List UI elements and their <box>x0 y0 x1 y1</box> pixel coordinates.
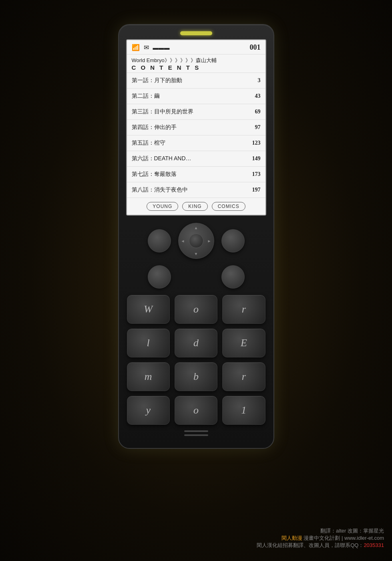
footer-line1: 翻譯：alter 改圖：掌握星光 <box>257 527 384 535</box>
footer-area: 翻譯：alter 改圖：掌握星光 閑人動漫 漫畫中文化計劃 | www.idle… <box>257 527 384 549</box>
chapter-title: 第七話：奪嚴散落 <box>132 171 177 178</box>
status-bar: 📶 ✉ ▬▬▬ 001 <box>127 40 265 54</box>
content-header: World Embryo》》》》》》森山大輔 C O N T E N T S <box>127 54 265 73</box>
signal-icon: 📶 <box>132 44 140 51</box>
chapter-page: 123 <box>252 140 261 146</box>
key-button[interactable]: W <box>127 295 170 324</box>
nav-left-button[interactable] <box>148 229 171 252</box>
bottom-bar-1 <box>184 430 208 432</box>
chapter-page: 197 <box>252 187 261 193</box>
chapter-title: 第一話：月下的胎動 <box>132 77 182 84</box>
phone-screen: 📶 ✉ ▬▬▬ 001 World Embryo》》》》》》森山大輔 C O N… <box>126 39 266 216</box>
chapter-title: 第五話：棺守 <box>132 139 165 147</box>
footer-line3: 閑人漢化組招募翻譯、改圖人員，請聯系QQ：2035331 <box>257 542 384 549</box>
key-button[interactable]: o <box>175 396 217 425</box>
chapter-page: 3 <box>258 77 261 84</box>
chapter-page: 97 <box>255 124 261 131</box>
chapter-title: 第四話：伸出的手 <box>132 124 177 131</box>
chapter-row: 第四話：伸出的手97 <box>127 120 265 135</box>
contents-label: C O N T E N T S <box>132 64 261 71</box>
phone-top <box>119 25 273 39</box>
chapter-row: 第八話：消失于夜色中197 <box>127 182 265 198</box>
chapter-page: 69 <box>255 109 261 115</box>
nav-right-button[interactable] <box>221 229 245 252</box>
chapter-title: 第六話：DEATH AND… <box>132 155 191 162</box>
key-button[interactable]: b <box>175 362 217 391</box>
key-button[interactable]: l <box>127 329 170 357</box>
chapter-row: 第七話：奪嚴散落173 <box>127 167 265 182</box>
chapter-list: 第一話：月下的胎動3第二話：繭43第三話：目中所見的世界69第四話：伸出的手97… <box>127 73 265 198</box>
chapter-row: 第六話：DEATH AND…149 <box>127 151 265 167</box>
key-button[interactable]: r <box>222 362 265 391</box>
nav-buttons-row: ◄ ► <box>127 223 265 259</box>
phone-device: 📶 ✉ ▬▬▬ 001 World Embryo》》》》》》森山大輔 C O N… <box>118 24 274 449</box>
publisher-badge: COMICS <box>212 202 245 211</box>
status-icons: 📶 ✉ ▬▬▬ <box>132 44 170 51</box>
key-grid: WorldEmbryo1 <box>127 295 265 425</box>
speaker-bar <box>180 31 212 35</box>
chapter-row: 第二話：繭43 <box>127 89 265 104</box>
key-button[interactable]: r <box>222 295 265 324</box>
key-button[interactable]: o <box>175 295 217 324</box>
phone-bottom <box>119 425 273 440</box>
dpad-left-arrow: ◄ <box>181 239 185 243</box>
chapter-page: 149 <box>252 155 261 162</box>
nav-buttons-row-2 <box>127 265 265 289</box>
keypad: ◄ ► WorldEmbryo1 <box>119 223 273 425</box>
key-button[interactable]: 1 <box>222 396 265 425</box>
key-button[interactable]: y <box>127 396 170 425</box>
battery-icon: ▬▬▬ <box>153 44 170 51</box>
key-button[interactable]: m <box>127 362 170 391</box>
dpad-outer[interactable]: ◄ ► <box>178 223 214 259</box>
page-number: 001 <box>250 43 261 52</box>
publisher-badge: YOUNG <box>147 202 178 211</box>
footer-qq: 2035331 <box>364 542 384 548</box>
footer-line3-pre: 閑人漢化組招募翻譯、改圖人員，請聯系QQ： <box>257 542 364 548</box>
chapter-page: 43 <box>255 93 261 99</box>
chapter-title: 第八話：消失于夜色中 <box>132 186 188 194</box>
dpad-right-arrow: ► <box>207 239 211 243</box>
publisher-badges: YOUNGKINGCOMICS <box>127 198 265 215</box>
chapter-title: 第二話：繭 <box>132 93 160 100</box>
footer-line2-text: 漫畫中文化計劃 | www.idler-et.com <box>302 535 384 541</box>
bottom-bar-2 <box>184 434 208 436</box>
nav-right-2-button[interactable] <box>221 265 245 289</box>
dpad-container: ◄ ► <box>178 223 214 259</box>
key-button[interactable]: E <box>222 329 265 357</box>
chapter-page: 173 <box>252 171 261 178</box>
publisher-badge: KING <box>182 202 207 211</box>
manga-title: World Embryo》》》》》》森山大輔 <box>132 57 261 64</box>
nav-left-2-button[interactable] <box>148 265 171 289</box>
chapter-row: 第五話：棺守123 <box>127 135 265 151</box>
footer-line2: 閑人動漫 漫畫中文化計劃 | www.idler-et.com <box>257 535 384 542</box>
key-button[interactable]: d <box>175 329 217 357</box>
chapter-row: 第三話：目中所見的世界69 <box>127 104 265 120</box>
chapter-row: 第一話：月下的胎動3 <box>127 73 265 89</box>
footer-brand: 閑人動漫 <box>281 535 302 541</box>
dpad-inner[interactable] <box>189 234 203 248</box>
mail-icon: ✉ <box>144 44 149 51</box>
chapter-title: 第三話：目中所見的世界 <box>132 108 193 115</box>
